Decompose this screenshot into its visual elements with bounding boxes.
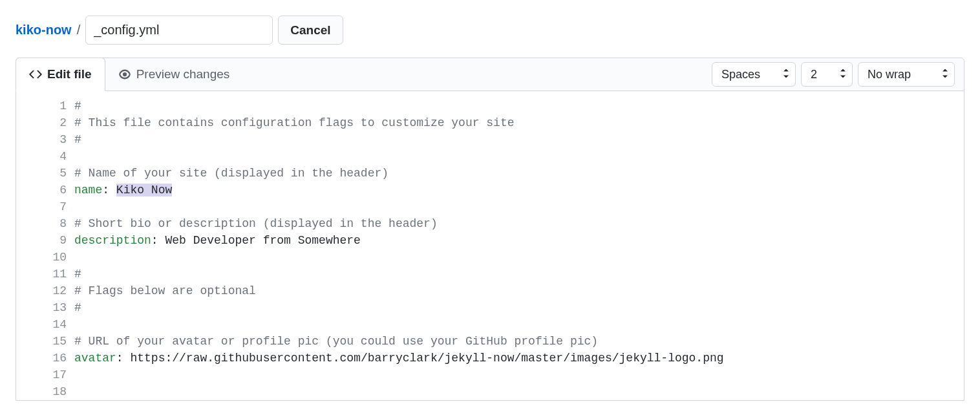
code-text: # Short bio or description (displayed in… [74, 217, 438, 230]
line-number: 9 [36, 232, 67, 249]
eye-icon [118, 68, 131, 81]
line-number: 6 [36, 182, 67, 198]
line-number: 14 [36, 316, 67, 333]
line-number: 1 [36, 98, 67, 114]
tab-edit-label: Edit file [47, 67, 92, 81]
editor-container: Edit file Preview changes Spaces 2 [16, 58, 964, 401]
code-text: : [116, 352, 131, 365]
path-separator: / [77, 23, 81, 37]
line-number: 13 [36, 299, 67, 316]
line-number: 15 [36, 333, 67, 350]
line-number: 10 [36, 249, 67, 266]
code-text: description [74, 234, 151, 247]
code-text: avatar [74, 352, 116, 365]
code-content[interactable]: # # This file contains configuration fla… [74, 98, 964, 400]
indent-size-select[interactable]: 2 [801, 62, 853, 87]
line-number: 2 [36, 114, 67, 131]
repo-link[interactable]: kiko-now [16, 23, 72, 37]
tab-edit-file[interactable]: Edit file [16, 58, 105, 91]
line-number: 8 [36, 215, 67, 232]
line-number: 3 [36, 131, 67, 148]
code-text: Web Developer from Somewhere [165, 234, 360, 247]
tab-preview-label: Preview changes [136, 67, 230, 81]
code-text: # [74, 301, 81, 314]
cancel-button[interactable]: Cancel [278, 16, 343, 45]
code-text: https://raw.githubusercontent.com/barryc… [130, 352, 723, 365]
line-number-gutter: 1 2 3 4 5 6 7 8 9 10 11 12 13 14 15 16 1… [16, 98, 74, 400]
line-number: 12 [36, 282, 67, 299]
line-number: 7 [36, 198, 67, 215]
line-number: 5 [36, 165, 67, 182]
tab-preview-changes[interactable]: Preview changes [105, 58, 243, 90]
editor-toolbar: Spaces 2 No wrap [712, 62, 964, 87]
code-editor[interactable]: 1 2 3 4 5 6 7 8 9 10 11 12 13 14 15 16 1… [16, 91, 964, 400]
code-text: : [151, 234, 165, 247]
selected-text: Kiko Now [116, 184, 172, 197]
line-number: 4 [36, 148, 67, 165]
code-text: # Name of your site (displayed in the he… [74, 167, 389, 180]
code-text: # [74, 268, 81, 281]
code-text: # URL of your avatar or profile pic (you… [74, 335, 598, 348]
indent-mode-select[interactable]: Spaces [712, 62, 796, 87]
wrap-mode-select[interactable]: No wrap [858, 62, 955, 87]
code-text: # Flags below are optional [74, 284, 256, 297]
tab-bar: Edit file Preview changes Spaces 2 [16, 58, 964, 91]
line-number: 18 [36, 383, 67, 400]
line-number: 16 [36, 350, 67, 367]
line-number: 11 [36, 266, 67, 282]
code-icon [29, 68, 42, 81]
code-text: # [74, 100, 81, 112]
breadcrumb: kiko-now / Cancel [16, 16, 964, 45]
code-text: # This file contains configuration flags… [74, 116, 515, 129]
code-text: : [102, 184, 116, 197]
code-text: # [74, 133, 81, 146]
filename-input[interactable] [85, 16, 273, 45]
line-number: 17 [36, 367, 67, 383]
code-text: name [74, 184, 102, 197]
